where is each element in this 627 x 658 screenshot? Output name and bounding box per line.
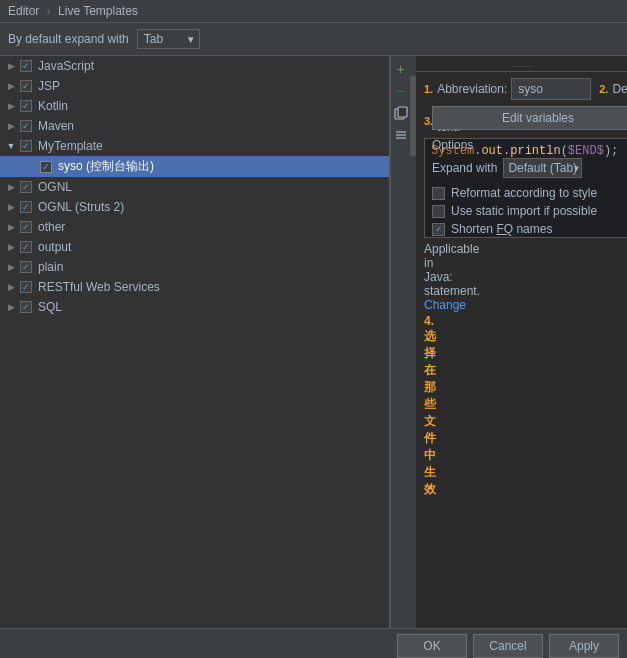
check-icon-restful [18, 279, 34, 295]
check-icon-output [18, 239, 34, 255]
cancel-button[interactable]: Cancel [473, 634, 543, 658]
tree-item-other[interactable]: ▶ other [0, 217, 389, 237]
tree-label-syso: syso (控制台输出) [58, 158, 154, 175]
tree-panel: ▶ JavaScript ▶ JSP ▶ Kotlin ▶ Maven [0, 56, 390, 628]
breadcrumb-sep: › [47, 4, 51, 18]
expand-arrow-kotlin: ▶ [4, 101, 18, 111]
tree-label-plain: plain [38, 260, 63, 274]
breadcrumb: Editor › Live Templates [0, 0, 627, 23]
check-icon-maven [18, 118, 34, 134]
abbrev-group: 1. Abbreviation: [424, 78, 591, 100]
tree-item-maven[interactable]: ▶ Maven [0, 116, 389, 136]
abbrev-number: 1. [424, 83, 433, 95]
edit-variables-button[interactable]: Edit variables [432, 106, 627, 130]
tree-item-sql[interactable]: ▶ SQL [0, 297, 389, 317]
expand-arrow-restful: ▶ [4, 282, 18, 292]
fields-row: 1. Abbreviation: 2. Description: [424, 78, 619, 100]
toolbar: By default expand with Tab Enter Space ▼ [0, 23, 627, 56]
expand-arrow-output: ▶ [4, 242, 18, 252]
tree-item-kotlin[interactable]: ▶ Kotlin [0, 96, 389, 116]
expand-with-label: Expand with [432, 161, 497, 175]
expand-dropdown-wrapper[interactable]: Tab Enter Space ▼ [137, 29, 200, 49]
check-icon-jsp [18, 78, 34, 94]
static-import-label: Use static import if possible [451, 204, 597, 218]
expand-arrow-mytemplate: ▼ [4, 141, 18, 151]
tree-label-maven: Maven [38, 119, 74, 133]
template-options-layout: 3. Template text: System.out.println($EN… [424, 106, 619, 498]
tree-label-javascript: JavaScript [38, 59, 94, 73]
options-panel: Edit variables Options Expand with Defau… [424, 106, 627, 498]
ok-button[interactable]: OK [397, 634, 467, 658]
tree-item-plain[interactable]: ▶ plain [0, 257, 389, 277]
static-import-checkbox[interactable] [432, 205, 445, 218]
check-icon-mytemplate [18, 138, 34, 154]
check-icon-ognl-struts [18, 199, 34, 215]
tree-item-restful[interactable]: ▶ RESTful Web Services [0, 277, 389, 297]
copy-template-button[interactable] [392, 104, 410, 122]
expand-arrow-ognl-struts: ▶ [4, 202, 18, 212]
reformat-option-row[interactable]: Reformat according to style [432, 186, 627, 200]
check-icon-plain [18, 259, 34, 275]
check-icon-ognl [18, 179, 34, 195]
shorten-label: Shorten FQ names [451, 222, 552, 236]
desc-label: Description: [612, 82, 627, 96]
options-title: Options [432, 138, 627, 152]
dialog-buttons-bar: OK Cancel Apply [0, 628, 627, 658]
expand-label: By default expand with [8, 32, 129, 46]
reformat-label: Reformat according to style [451, 186, 597, 200]
reformat-checkbox[interactable] [432, 187, 445, 200]
expand-arrow-jsp: ▶ [4, 81, 18, 91]
tree-item-ognl-struts[interactable]: ▶ OGNL (Struts 2) [0, 197, 389, 217]
check-icon-javascript [18, 58, 34, 74]
check-icon-sql [18, 299, 34, 315]
options-section: Options Expand with Default (Tab) Tab En… [432, 138, 627, 236]
tree-item-mytemplate[interactable]: ▼ MyTemplate [0, 136, 389, 156]
expand-arrow-javascript: ▶ [4, 61, 18, 71]
tree-item-jsp[interactable]: ▶ JSP [0, 76, 389, 96]
tree-scroll[interactable]: ▶ JavaScript ▶ JSP ▶ Kotlin ▶ Maven [0, 56, 389, 628]
abbrev-label: Abbreviation: [437, 82, 507, 96]
tree-label-restful: RESTful Web Services [38, 280, 160, 294]
tree-item-ognl[interactable]: ▶ OGNL [0, 177, 389, 197]
check-icon-other [18, 219, 34, 235]
tree-label-output: output [38, 240, 71, 254]
tree-label-mytemplate: MyTemplate [38, 139, 103, 153]
remove-template-button[interactable]: − [392, 82, 410, 100]
tree-item-javascript[interactable]: ▶ JavaScript [0, 56, 389, 76]
check-icon-kotlin [18, 98, 34, 114]
expand-arrow-plain: ▶ [4, 262, 18, 272]
expand-with-row: Expand with Default (Tab) Tab Enter Spac… [432, 158, 627, 178]
breadcrumb-part1: Editor [8, 4, 39, 18]
breadcrumb-part2: Live Templates [58, 4, 138, 18]
tree-item-syso[interactable]: syso (控制台输出) [0, 156, 389, 177]
tree-label-ognl-struts: OGNL (Struts 2) [38, 200, 124, 214]
expand-with-select[interactable]: Default (Tab) Tab Enter Space [503, 158, 582, 178]
apply-button[interactable]: Apply [549, 634, 619, 658]
details-section: 1. Abbreviation: 2. Description: 3. Te [416, 71, 627, 504]
move-icon [394, 128, 408, 142]
tree-label-ognl: OGNL [38, 180, 72, 194]
ellipsis: ....... [416, 56, 627, 71]
expand-arrow-ognl: ▶ [4, 182, 18, 192]
expand-arrow-sql: ▶ [4, 302, 18, 312]
scrollbar[interactable] [410, 56, 416, 628]
static-import-option-row[interactable]: Use static import if possible [432, 204, 627, 218]
copy-icon [394, 106, 408, 120]
shorten-checkbox[interactable] [432, 223, 445, 236]
expand-dropdown[interactable]: Tab Enter Space [137, 29, 200, 49]
move-template-button[interactable] [392, 126, 410, 144]
expand-arrow-maven: ▶ [4, 121, 18, 131]
abbrev-input[interactable] [511, 78, 591, 100]
right-toolbar: + − [390, 56, 410, 628]
tree-label-other: other [38, 220, 65, 234]
tree-label-kotlin: Kotlin [38, 99, 68, 113]
tree-label-jsp: JSP [38, 79, 60, 93]
add-template-button[interactable]: + [392, 60, 410, 78]
check-icon-syso [38, 159, 54, 175]
shorten-option-row[interactable]: Shorten FQ names [432, 222, 627, 236]
expand-with-dropdown-wrapper[interactable]: Default (Tab) Tab Enter Space ▼ [503, 158, 582, 178]
desc-group: 2. Description: [599, 78, 627, 100]
svg-rect-1 [398, 107, 407, 117]
desc-number: 2. [599, 83, 608, 95]
tree-item-output[interactable]: ▶ output [0, 237, 389, 257]
